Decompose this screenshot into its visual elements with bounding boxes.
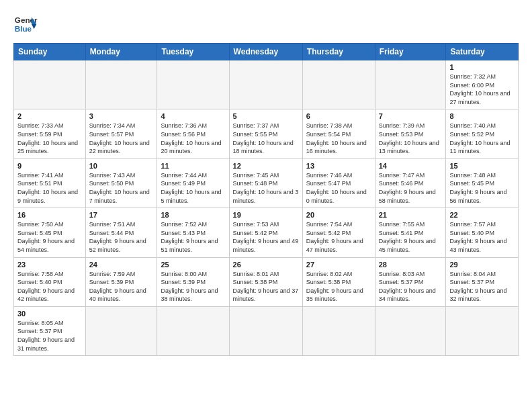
calendar-cell bbox=[85, 306, 157, 355]
calendar-cell bbox=[85, 60, 157, 109]
day-info: Sunrise: 7:54 AM Sunset: 5:42 PM Dayligh… bbox=[306, 220, 371, 254]
day-number: 23 bbox=[17, 261, 82, 269]
day-number: 22 bbox=[449, 211, 515, 219]
day-info: Sunrise: 7:51 AM Sunset: 5:44 PM Dayligh… bbox=[89, 220, 154, 254]
day-number: 21 bbox=[379, 211, 443, 219]
day-info: Sunrise: 7:36 AM Sunset: 5:56 PM Dayligh… bbox=[161, 122, 225, 155]
calendar-week-row: 1Sunrise: 7:32 AM Sunset: 6:00 PM Daylig… bbox=[14, 60, 519, 109]
svg-marker-3 bbox=[32, 24, 36, 29]
day-info: Sunrise: 7:46 AM Sunset: 5:47 PM Dayligh… bbox=[306, 171, 371, 205]
calendar-cell: 5Sunrise: 7:37 AM Sunset: 5:55 PM Daylig… bbox=[229, 109, 302, 158]
calendar-week-row: 2Sunrise: 7:33 AM Sunset: 5:59 PM Daylig… bbox=[14, 109, 519, 158]
day-number: 2 bbox=[17, 112, 82, 120]
calendar-cell: 20Sunrise: 7:54 AM Sunset: 5:42 PM Dayli… bbox=[302, 208, 375, 257]
day-number: 8 bbox=[449, 112, 515, 120]
day-info: Sunrise: 7:53 AM Sunset: 5:42 PM Dayligh… bbox=[233, 220, 299, 254]
day-number: 24 bbox=[89, 261, 154, 269]
day-number: 1 bbox=[449, 63, 515, 71]
day-info: Sunrise: 7:47 AM Sunset: 5:46 PM Dayligh… bbox=[379, 171, 443, 205]
day-info: Sunrise: 7:43 AM Sunset: 5:50 PM Dayligh… bbox=[89, 171, 154, 205]
day-number: 9 bbox=[17, 162, 82, 170]
calendar-cell: 26Sunrise: 8:01 AM Sunset: 5:38 PM Dayli… bbox=[229, 257, 302, 306]
calendar-cell bbox=[229, 306, 302, 355]
calendar-cell: 15Sunrise: 7:48 AM Sunset: 5:45 PM Dayli… bbox=[446, 158, 519, 208]
calendar-cell: 8Sunrise: 7:40 AM Sunset: 5:52 PM Daylig… bbox=[446, 109, 519, 158]
day-number: 4 bbox=[161, 112, 225, 120]
weekday-header-sunday: Sunday bbox=[14, 44, 86, 60]
weekday-header-saturday: Saturday bbox=[446, 44, 519, 60]
day-info: Sunrise: 7:58 AM Sunset: 5:40 PM Dayligh… bbox=[17, 270, 82, 304]
logo: General Blue bbox=[13, 12, 38, 36]
day-info: Sunrise: 8:04 AM Sunset: 5:37 PM Dayligh… bbox=[449, 270, 515, 304]
day-number: 3 bbox=[89, 112, 154, 120]
calendar-cell: 1Sunrise: 7:32 AM Sunset: 6:00 PM Daylig… bbox=[446, 60, 519, 109]
calendar-cell bbox=[302, 306, 375, 355]
day-number: 7 bbox=[379, 112, 443, 120]
day-info: Sunrise: 7:59 AM Sunset: 5:39 PM Dayligh… bbox=[89, 270, 154, 304]
weekday-header-thursday: Thursday bbox=[302, 44, 375, 60]
day-number: 11 bbox=[161, 162, 225, 170]
day-number: 18 bbox=[161, 211, 225, 219]
day-info: Sunrise: 7:48 AM Sunset: 5:45 PM Dayligh… bbox=[449, 171, 515, 205]
calendar-cell bbox=[157, 306, 229, 355]
calendar-cell: 14Sunrise: 7:47 AM Sunset: 5:46 PM Dayli… bbox=[375, 158, 446, 208]
day-number: 17 bbox=[89, 211, 154, 219]
weekday-header-friday: Friday bbox=[375, 44, 446, 60]
calendar-cell: 6Sunrise: 7:38 AM Sunset: 5:54 PM Daylig… bbox=[302, 109, 375, 158]
calendar-cell: 4Sunrise: 7:36 AM Sunset: 5:56 PM Daylig… bbox=[157, 109, 229, 158]
day-info: Sunrise: 8:03 AM Sunset: 5:37 PM Dayligh… bbox=[379, 270, 443, 304]
calendar-cell: 18Sunrise: 7:52 AM Sunset: 5:43 PM Dayli… bbox=[157, 208, 229, 257]
calendar-cell: 17Sunrise: 7:51 AM Sunset: 5:44 PM Dayli… bbox=[85, 208, 157, 257]
calendar-cell: 12Sunrise: 7:45 AM Sunset: 5:48 PM Dayli… bbox=[229, 158, 302, 208]
calendar-cell: 22Sunrise: 7:57 AM Sunset: 5:40 PM Dayli… bbox=[446, 208, 519, 257]
calendar-cell: 23Sunrise: 7:58 AM Sunset: 5:40 PM Dayli… bbox=[14, 257, 86, 306]
calendar-cell: 29Sunrise: 8:04 AM Sunset: 5:37 PM Dayli… bbox=[446, 257, 519, 306]
day-info: Sunrise: 8:01 AM Sunset: 5:38 PM Dayligh… bbox=[233, 270, 299, 304]
day-info: Sunrise: 7:41 AM Sunset: 5:51 PM Dayligh… bbox=[17, 171, 82, 205]
calendar-cell bbox=[157, 60, 229, 109]
calendar-cell bbox=[375, 60, 446, 109]
day-info: Sunrise: 7:34 AM Sunset: 5:57 PM Dayligh… bbox=[89, 122, 154, 155]
calendar-cell: 2Sunrise: 7:33 AM Sunset: 5:59 PM Daylig… bbox=[14, 109, 86, 158]
day-number: 15 bbox=[449, 162, 515, 170]
calendar-cell: 13Sunrise: 7:46 AM Sunset: 5:47 PM Dayli… bbox=[302, 158, 375, 208]
calendar-cell bbox=[375, 306, 446, 355]
calendar-cell: 9Sunrise: 7:41 AM Sunset: 5:51 PM Daylig… bbox=[14, 158, 86, 208]
day-number: 26 bbox=[233, 261, 299, 269]
header: General Blue bbox=[13, 12, 519, 36]
day-number: 14 bbox=[379, 162, 443, 170]
day-info: Sunrise: 7:52 AM Sunset: 5:43 PM Dayligh… bbox=[161, 220, 225, 254]
day-number: 13 bbox=[306, 162, 371, 170]
calendar-cell: 30Sunrise: 8:05 AM Sunset: 5:37 PM Dayli… bbox=[14, 306, 86, 355]
day-info: Sunrise: 7:45 AM Sunset: 5:48 PM Dayligh… bbox=[233, 171, 299, 205]
weekday-header-tuesday: Tuesday bbox=[157, 44, 229, 60]
day-info: Sunrise: 7:38 AM Sunset: 5:54 PM Dayligh… bbox=[306, 122, 371, 155]
calendar-cell: 10Sunrise: 7:43 AM Sunset: 5:50 PM Dayli… bbox=[85, 158, 157, 208]
calendar-cell bbox=[229, 60, 302, 109]
day-info: Sunrise: 7:50 AM Sunset: 5:45 PM Dayligh… bbox=[17, 220, 82, 254]
calendar-cell: 21Sunrise: 7:55 AM Sunset: 5:41 PM Dayli… bbox=[375, 208, 446, 257]
calendar-cell bbox=[14, 60, 86, 109]
day-info: Sunrise: 7:37 AM Sunset: 5:55 PM Dayligh… bbox=[233, 122, 299, 155]
calendar-week-row: 23Sunrise: 7:58 AM Sunset: 5:40 PM Dayli… bbox=[14, 257, 519, 306]
day-info: Sunrise: 7:57 AM Sunset: 5:40 PM Dayligh… bbox=[449, 220, 515, 254]
day-number: 30 bbox=[17, 310, 82, 318]
calendar-week-row: 16Sunrise: 7:50 AM Sunset: 5:45 PM Dayli… bbox=[14, 208, 519, 257]
day-number: 19 bbox=[233, 211, 299, 219]
day-number: 5 bbox=[233, 112, 299, 120]
day-number: 10 bbox=[89, 162, 154, 170]
day-number: 25 bbox=[161, 261, 225, 269]
calendar-week-row: 30Sunrise: 8:05 AM Sunset: 5:37 PM Dayli… bbox=[14, 306, 519, 355]
day-number: 12 bbox=[233, 162, 299, 170]
day-number: 28 bbox=[379, 261, 443, 269]
calendar-week-row: 9Sunrise: 7:41 AM Sunset: 5:51 PM Daylig… bbox=[14, 158, 519, 208]
weekday-header-monday: Monday bbox=[85, 44, 157, 60]
weekday-header-row: SundayMondayTuesdayWednesdayThursdayFrid… bbox=[14, 44, 519, 60]
calendar-cell: 28Sunrise: 8:03 AM Sunset: 5:37 PM Dayli… bbox=[375, 257, 446, 306]
calendar-cell bbox=[302, 60, 375, 109]
calendar-cell: 27Sunrise: 8:02 AM Sunset: 5:38 PM Dayli… bbox=[302, 257, 375, 306]
svg-text:Blue: Blue bbox=[15, 24, 32, 33]
day-info: Sunrise: 7:32 AM Sunset: 6:00 PM Dayligh… bbox=[449, 73, 515, 106]
page: General Blue SundayMondayTuesdayWednesda… bbox=[0, 0, 532, 411]
calendar-cell: 7Sunrise: 7:39 AM Sunset: 5:53 PM Daylig… bbox=[375, 109, 446, 158]
